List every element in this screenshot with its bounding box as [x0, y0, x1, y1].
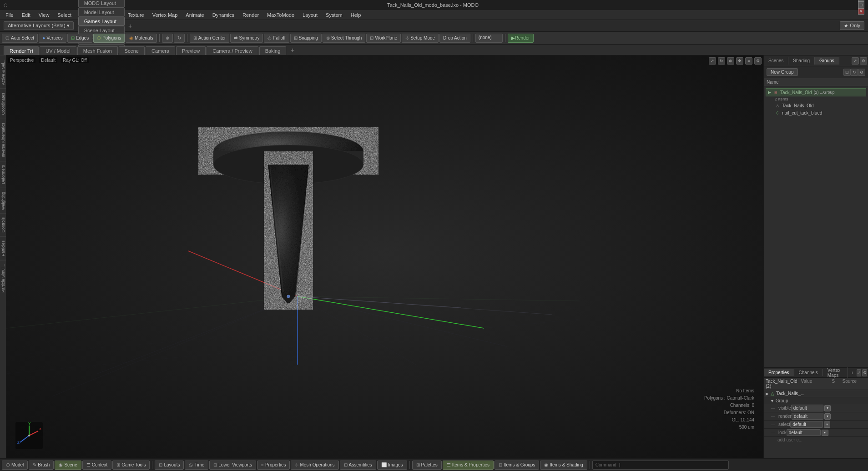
materials-button[interactable]: ◉ Materials [126, 34, 157, 43]
props-settings-button[interactable]: ⚙ [862, 369, 867, 376]
prop-dropdown-render[interactable]: ▾ [824, 413, 831, 420]
left-tab-5[interactable]: Controls [0, 213, 6, 236]
prop-val-render[interactable]: default [792, 413, 823, 420]
snapping-button[interactable]: ⊞ Snapping [290, 34, 322, 43]
view-tab-0[interactable]: Render Tri [4, 46, 39, 55]
menu-item-help[interactable]: Help [347, 11, 365, 19]
palettes-button[interactable]: ⊞ Palettes [412, 461, 442, 470]
tree-item-nail-cut[interactable]: ⬡ nail_cut_tack_blued [766, 109, 866, 116]
viewport-zoom-button[interactable]: ⊕ [727, 57, 734, 65]
layout-tab-0[interactable]: MODO Layout [78, 0, 125, 8]
images-button[interactable]: ⬜ Images [377, 461, 407, 470]
close-button[interactable]: ✕ [858, 8, 864, 15]
viewport-fit-button[interactable]: ⤢ [709, 57, 716, 65]
maximize-button[interactable]: □ [858, 2, 864, 8]
prop-dropdown-select[interactable]: ▾ [824, 421, 830, 428]
none-dropdown[interactable]: (none) [475, 34, 503, 43]
menu-item-animate[interactable]: Animate [182, 11, 207, 19]
rotate-icon-button[interactable]: ↻ [174, 34, 185, 43]
scenes-tab[interactable]: Scenes [764, 57, 788, 65]
drop-action-button[interactable]: Drop Action [439, 34, 470, 43]
prop-dropdown-lock[interactable]: ▾ [822, 430, 828, 436]
groups-tab[interactable]: Groups [815, 57, 839, 65]
setup-mode-button[interactable]: ⊹ Setup Mode [402, 34, 439, 43]
vertices-button[interactable]: ● Vertices [39, 34, 66, 43]
view-tab-7[interactable]: Baking [259, 46, 287, 55]
auto-select-button[interactable]: ⬡ Auto Select [2, 34, 38, 43]
render-button[interactable]: ▶Render [508, 34, 534, 43]
menu-item-maxtomodo[interactable]: MaxToModo [263, 11, 298, 19]
left-tab-0[interactable]: Active & Sel... [0, 55, 6, 89]
select-through-button[interactable]: ⊗ Select Through [323, 34, 366, 43]
viewport-menu-button[interactable]: ≡ [745, 57, 752, 65]
rp-btn-2[interactable]: ↻ [851, 69, 858, 76]
mesh-operations-button[interactable]: ⊹ Mesh Operations [291, 461, 338, 470]
falloff-button[interactable]: ◎ Falloff [264, 34, 289, 43]
left-tab-6[interactable]: Particles [0, 236, 6, 260]
menu-item-edit[interactable]: Edit [18, 11, 34, 19]
scene-button[interactable]: ◉ Scene [55, 461, 81, 470]
workplane-button[interactable]: ⊡ WorkPlane [366, 34, 401, 43]
left-tab-2[interactable]: Inverse Kinematics [0, 119, 6, 161]
add-layout-button[interactable]: + [126, 21, 135, 30]
rp-btn-3[interactable]: ⚙ [858, 69, 865, 76]
brush-button[interactable]: ✎ Brush [29, 461, 54, 470]
props-tab-add[interactable]: + [848, 369, 856, 376]
items-groups-button[interactable]: ⊟ Items & Groups [495, 461, 539, 470]
properties-button[interactable]: ≡ Properties [257, 461, 290, 470]
prop-val-select[interactable]: default [790, 421, 823, 428]
view-tab-3[interactable]: Scene [119, 46, 145, 55]
prop-dropdown-visible[interactable]: ▾ [824, 405, 831, 411]
tree-group-header[interactable]: ▶ ⊞ Tack_Nails_Old (2) ...Group [766, 88, 866, 96]
right-panel-expand-button[interactable]: ⤢ [852, 57, 859, 65]
star-only-button[interactable]: ★ Only [840, 21, 864, 30]
props-expand-button[interactable]: ⤢ [857, 369, 862, 376]
tree-item-tack-nails[interactable]: △ Tack_Nails_Old [766, 102, 866, 109]
menu-item-render[interactable]: Render [239, 11, 262, 19]
lower-viewports-button[interactable]: ⊟ Lower Viewports [209, 461, 256, 470]
rp-btn-1[interactable]: ⊡ [843, 69, 851, 76]
action-center-button[interactable]: ⊞ Action Center [190, 34, 230, 43]
assemblies-button[interactable]: ⊡ Assemblies [340, 461, 376, 470]
symmetry-button[interactable]: ⇌ Symmetry [230, 34, 263, 43]
alt-layouts-dropdown[interactable]: Alternative Layouts (Beta) ▾ [4, 21, 74, 30]
menu-item-dynamics[interactable]: Dynamics [209, 11, 238, 19]
view-tab-6[interactable]: Camera / Preview [207, 46, 258, 55]
snap-icon-button[interactable]: ⊕ [162, 34, 173, 43]
view-tab-1[interactable]: UV / Model [40, 46, 76, 55]
items-shading-button[interactable]: ◉ Items & Shading [540, 461, 587, 470]
add-user-row[interactable]: add user c... [764, 437, 868, 443]
layout-tab-1[interactable]: Model Layout [78, 8, 125, 17]
layouts-button[interactable]: ⊡ Layouts [155, 461, 184, 470]
vertex-maps-tab[interactable]: Vertex Maps [823, 367, 848, 379]
properties-tab[interactable]: Properties [764, 369, 794, 376]
view-tab-add[interactable]: + [287, 45, 298, 55]
left-tab-7[interactable]: Particle Simul... [0, 260, 6, 296]
channels-tab[interactable]: Channels [794, 369, 823, 376]
menu-item-view[interactable]: View [35, 11, 53, 19]
viewport-rotate-button[interactable]: ↻ [718, 57, 725, 65]
viewport-settings-button[interactable]: ⚙ [754, 57, 762, 65]
view-tab-2[interactable]: Mesh Fusion [77, 46, 118, 55]
view-tab-5[interactable]: Preview [176, 46, 206, 55]
view-tab-4[interactable]: Camera [146, 46, 175, 55]
menu-item-texture[interactable]: Texture [124, 11, 148, 19]
prop-val-visible[interactable]: default [791, 405, 823, 411]
menu-item-select[interactable]: Select [54, 11, 75, 19]
viewport-pan-button[interactable]: ✥ [736, 57, 743, 65]
command-bar[interactable]: Command | [592, 461, 729, 470]
prop-val-lock[interactable]: default [787, 429, 821, 436]
left-tab-3[interactable]: Deformers [0, 161, 6, 188]
left-tab-4[interactable]: Weighting [0, 188, 6, 214]
polygons-button[interactable]: ⬡ Polygons [93, 34, 125, 43]
shading-tab[interactable]: Shading [788, 57, 815, 65]
scene-tree[interactable]: ▶ ⊞ Tack_Nails_Old (2) ...Group 2 Items … [764, 86, 868, 367]
menu-item-system[interactable]: System [322, 11, 346, 19]
new-group-button[interactable]: New Group [767, 68, 798, 76]
game-tools-button[interactable]: ⊞ Game Tools [112, 461, 150, 470]
context-button[interactable]: ☰ Context [82, 461, 111, 470]
viewport[interactable]: Perspective Default Ray GL: Off ⤢ ↻ ⊕ ✥ … [6, 55, 763, 458]
menu-item-vertex-map[interactable]: Vertex Map [149, 11, 182, 19]
layout-tab-2[interactable]: Games Layout [78, 17, 125, 26]
items-properties-button[interactable]: ☰ Items & Properties [443, 461, 494, 470]
